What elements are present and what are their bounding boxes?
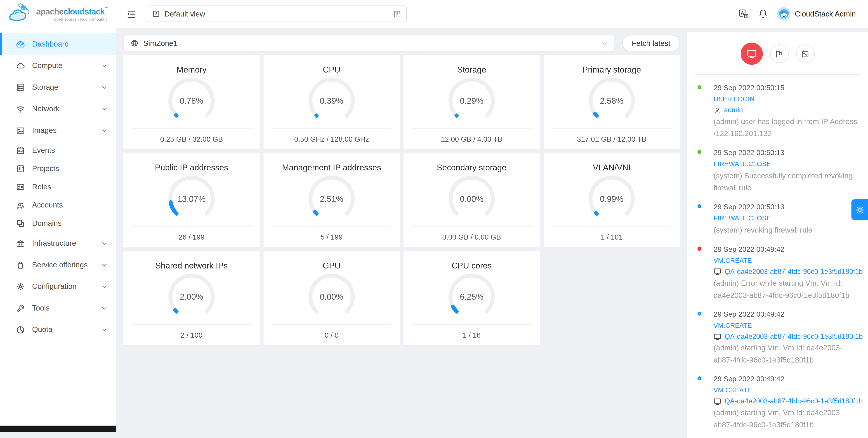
chevron-down-icon: [102, 129, 107, 132]
tasks-tab-button[interactable]: [796, 44, 814, 63]
user-avatar: [777, 7, 790, 21]
fetch-latest-button[interactable]: Fetch latest: [622, 35, 680, 51]
sidebar-item-accounts[interactable]: Accounts: [0, 196, 116, 214]
gauge-primary-storage: 2.58%: [585, 76, 638, 125]
events-panel: 29 Sep 2022 00:50:15 USER.LOGIN admin: [687, 32, 868, 438]
gauge-cpu-cores: 6.25%: [445, 272, 498, 321]
sidebar-nav: Dashboard Compute Storage: [0, 28, 116, 432]
sidebar-item-projects[interactable]: Projects: [0, 159, 116, 178]
cloudstack-logo-text: apachecloudstack™ open source cloud comp…: [36, 6, 108, 21]
stats-grid: Memory 0.78% 0.25 GB / 32.00 GB CPU: [123, 55, 680, 345]
user-name: CloudStack Admin: [795, 10, 856, 18]
zone-selector[interactable]: SimZone1: [123, 35, 615, 51]
sidebar-collapse-button[interactable]: [126, 10, 135, 18]
sidebar-item-events[interactable]: Events: [0, 141, 116, 159]
brand-tagline: open source cloud computing: [36, 17, 108, 21]
notepad-check-icon: [801, 50, 809, 58]
gear-icon: [855, 205, 864, 215]
events-timeline: 29 Sep 2022 00:50:15 USER.LOGIN admin: [696, 84, 859, 431]
event-resource-link[interactable]: admin: [724, 106, 743, 114]
stat-card-mgmt-ips: Management IP addresses 2.51% 5 / 199: [264, 153, 400, 247]
event-item: 29 Sep 2022 00:49:42 VM.CREATE QA-da4e20…: [697, 375, 859, 431]
main-content: SimZone1 Fetch latest Memory: [116, 28, 868, 438]
sidebar-item-compute[interactable]: Compute: [0, 55, 116, 76]
stat-card-public-ips: Public IP addresses 13.07% 26 / 199: [123, 153, 259, 247]
menu-fold-icon: [126, 10, 135, 18]
event-status-dot: [698, 247, 702, 251]
event-resource-link[interactable]: QA-da4e2003-ab87-4fdc-96c0-1e3f5d180f1b: [725, 398, 863, 405]
sidebar-item-configuration[interactable]: Configuration: [0, 276, 116, 298]
brand-word-apache: apache: [36, 6, 64, 16]
events-tab-button[interactable]: [741, 43, 763, 65]
flags-tab-button[interactable]: [770, 44, 788, 63]
dashboard-icon: [16, 39, 25, 49]
cloudstack-logo-icon: [8, 3, 33, 24]
event-status-dot: [698, 312, 702, 315]
shopping-bag-icon: [16, 260, 25, 269]
idcard-icon: [16, 182, 25, 191]
user-menu[interactable]: CloudStack Admin: [777, 7, 856, 21]
flag-icon: [775, 50, 783, 58]
notifications-button[interactable]: [758, 9, 768, 19]
chevron-down-icon: [102, 64, 107, 67]
sidebar-item-dashboard[interactable]: Dashboard: [0, 33, 116, 55]
sidebar-item-quota[interactable]: Quota: [0, 319, 116, 341]
chevron-down-icon: [102, 242, 107, 245]
top-header: apachecloudstack™ open source cloud comp…: [0, 0, 868, 28]
bell-icon: [758, 9, 768, 19]
event-status-dot: [698, 85, 702, 89]
chevron-down-icon: [102, 285, 107, 288]
event-status-dot: [698, 377, 702, 380]
event-type-link[interactable]: FIREWALL.CLOSE: [714, 215, 771, 222]
language-button[interactable]: [738, 9, 749, 19]
block-icon: [16, 219, 25, 228]
event-type-link[interactable]: VM.CREATE: [714, 257, 752, 264]
view-selector[interactable]: Default view: [147, 5, 407, 22]
event-resource-link[interactable]: QA-da4e2003-ab87-4fdc-96c0-1e3f5d180f1b: [725, 333, 863, 340]
view-selector-value: Default view: [164, 10, 205, 18]
database-icon: [16, 83, 25, 92]
desktop-icon: [714, 268, 721, 275]
zone-toolbar: SimZone1 Fetch latest: [123, 35, 680, 51]
events-panel-tabs: [696, 43, 859, 65]
event-resource-link[interactable]: QA-da4e2003-ab87-4fdc-96c0-1e3f5d180f1b: [725, 268, 863, 276]
sidebar-bottom-strip: [0, 426, 116, 432]
event-type-link[interactable]: VM.CREATE: [714, 386, 752, 394]
sidebar-item-infrastructure[interactable]: Infrastructure: [0, 232, 116, 254]
gauge-memory: 0.78%: [165, 76, 218, 125]
sidebar-item-tools[interactable]: Tools: [0, 297, 116, 319]
gauge-mgmt-ips: 2.51%: [305, 174, 358, 223]
gauge-shared-network-ips: 2.00%: [165, 272, 218, 321]
sidebar-item-network[interactable]: Network: [0, 98, 116, 120]
stat-card-shared-network-ips: Shared network IPs 2.00% 2 / 100: [123, 251, 259, 345]
cloudstack-dashboard: apachecloudstack™ open source cloud comp…: [0, 0, 868, 438]
team-icon: [16, 201, 25, 210]
event-item: 29 Sep 2022 00:49:42 VM.CREATE QA-da4e20…: [697, 310, 859, 366]
chevron-down-icon: [602, 41, 608, 45]
event-item: 29 Sep 2022 00:50:13 FIREWALL.CLOSE (sys…: [697, 203, 859, 236]
sidebar-item-domains[interactable]: Domains: [0, 214, 116, 232]
project-icon: [16, 164, 25, 173]
stat-card-memory: Memory 0.78% 0.25 GB / 32.00 GB: [123, 55, 259, 149]
gauge-secondary-storage: 0.00%: [445, 174, 498, 223]
desktop-icon: [714, 398, 721, 405]
stat-card-cpu: CPU 0.39% 0.50 GHz / 128.00 GHz: [264, 55, 400, 149]
project-icon: [152, 10, 160, 18]
sidebar-item-images[interactable]: Images: [0, 120, 116, 141]
stat-card-storage: Storage 0.29% 12.00 GB / 4.00 TB: [403, 55, 539, 149]
bank-icon: [16, 239, 25, 248]
floating-settings-button[interactable]: [851, 199, 868, 220]
event-item: 29 Sep 2022 00:50:15 USER.LOGIN admin: [697, 84, 859, 140]
brand-tm: ™: [105, 6, 108, 10]
wifi-icon: [16, 104, 25, 113]
event-type-link[interactable]: USER.LOGIN: [714, 95, 754, 103]
sidebar-item-storage[interactable]: Storage: [0, 76, 116, 98]
event-type-link[interactable]: VM.CREATE: [714, 322, 752, 329]
chevron-down-icon: [102, 328, 107, 331]
event-type-link[interactable]: FIREWALL.CLOSE: [714, 160, 771, 168]
cloudstack-logo[interactable]: apachecloudstack™ open source cloud comp…: [0, 0, 116, 28]
gauge-vlan: 0.99%: [585, 174, 638, 223]
sidebar-item-service-offerings[interactable]: Service offerings: [0, 254, 116, 276]
schedule-icon: [16, 146, 25, 155]
sidebar-item-roles[interactable]: Roles: [0, 178, 116, 196]
